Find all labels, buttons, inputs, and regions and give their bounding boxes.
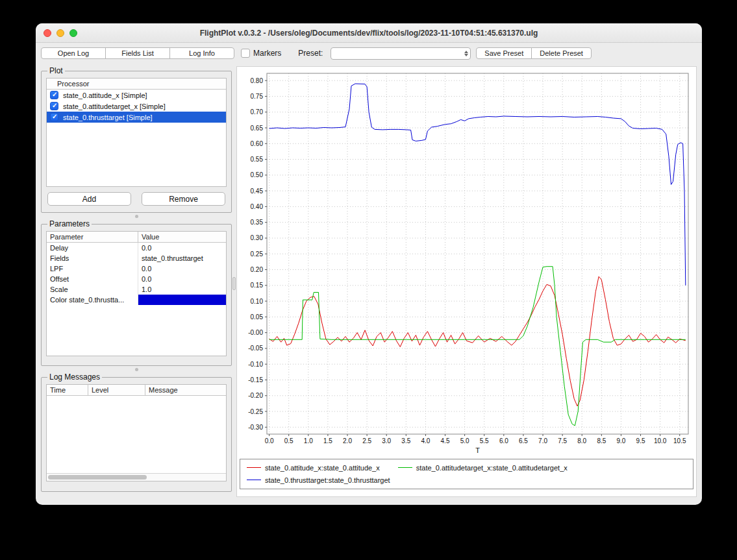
- param-value[interactable]: 0.0: [138, 274, 226, 284]
- message-column-header[interactable]: Message: [145, 385, 226, 395]
- toolbar: Open Log Fields List Log Info Markers Pr…: [36, 43, 702, 64]
- processor-table: Processor state_0.attitude_x [Simple]sta…: [46, 78, 227, 187]
- chart-panel: 0.00.51.01.52.02.53.03.54.04.55.05.56.06…: [236, 66, 697, 497]
- minimize-button[interactable]: [56, 29, 64, 37]
- param-name: Fields: [47, 253, 138, 263]
- splitter-dot-icon: [135, 368, 138, 371]
- plot-group: Plot Processor state_0.attitude_x [Simpl…: [41, 66, 232, 213]
- plot-row[interactable]: state_0.attitudetarget_x [Simple]: [47, 101, 226, 112]
- log-info-button[interactable]: Log Info: [169, 47, 234, 59]
- param-value[interactable]: 0.0: [138, 263, 226, 274]
- log-button-group: Open Log Fields List Log Info: [41, 47, 234, 59]
- value-column-header[interactable]: Value: [138, 232, 226, 242]
- param-value[interactable]: 0.0: [138, 243, 226, 253]
- flight-chart[interactable]: 0.00.51.01.52.02.53.03.54.04.55.05.56.06…: [237, 67, 696, 457]
- markers-checkbox[interactable]: [241, 49, 250, 58]
- titlebar[interactable]: FlightPlot v.0.3.2 - /Users/oleg/Documen…: [36, 23, 702, 43]
- svg-text:8.0: 8.0: [577, 437, 586, 444]
- svg-text:1.5: 1.5: [323, 437, 332, 444]
- plot-row-label: state_0.attitudetarget_x [Simple]: [63, 103, 166, 110]
- svg-text:0.40: 0.40: [251, 203, 264, 210]
- horizontal-scrollbar[interactable]: [47, 473, 226, 481]
- level-column-header[interactable]: Level: [88, 385, 145, 395]
- legend-line-sample: [398, 467, 412, 468]
- splitter-dot-icon: [135, 215, 138, 218]
- svg-text:0.55: 0.55: [251, 156, 264, 163]
- svg-text:8.5: 8.5: [597, 437, 606, 444]
- param-row[interactable]: Fieldsstate_0.thrusttarget: [47, 253, 226, 263]
- svg-text:0.05: 0.05: [251, 313, 264, 321]
- svg-text:-0.00: -0.00: [248, 329, 263, 336]
- svg-text:0.5: 0.5: [284, 437, 294, 444]
- svg-text:0.45: 0.45: [251, 188, 264, 195]
- splitter-plot-parameters[interactable]: [41, 213, 232, 219]
- save-preset-button[interactable]: Save Preset: [476, 47, 532, 59]
- param-row[interactable]: Color state_0.thrustta...: [47, 295, 226, 305]
- splitter-left-chart[interactable]: [232, 66, 236, 497]
- svg-text:9.5: 9.5: [636, 437, 645, 444]
- scrollbar-thumb[interactable]: [48, 475, 147, 480]
- legend-entry: state_0.thrusttarget:state_0.thrusttarge…: [247, 474, 390, 486]
- desktop-background: FlightPlot v.0.3.2 - /Users/oleg/Documen…: [0, 0, 737, 560]
- svg-text:6.0: 6.0: [499, 437, 508, 444]
- splitter-grip[interactable]: [232, 277, 236, 290]
- row-checkbox[interactable]: [50, 102, 58, 110]
- svg-text:-0.15: -0.15: [248, 376, 263, 383]
- svg-text:0.25: 0.25: [251, 250, 264, 258]
- time-column-header[interactable]: Time: [47, 385, 88, 395]
- param-row[interactable]: Delay0.0: [47, 243, 226, 253]
- remove-button[interactable]: Remove: [142, 192, 225, 206]
- preset-combobox[interactable]: [331, 47, 471, 60]
- combo-arrows-icon: [464, 51, 468, 56]
- param-name: Color state_0.thrustta...: [47, 295, 138, 305]
- svg-text:-0.05: -0.05: [248, 345, 263, 352]
- svg-text:0.80: 0.80: [251, 77, 264, 84]
- plot-row[interactable]: state_0.thrusttarget [Simple]: [47, 112, 226, 123]
- svg-text:10.0: 10.0: [654, 437, 667, 444]
- traffic-lights: [44, 23, 77, 42]
- param-color-swatch[interactable]: [138, 295, 226, 305]
- svg-text:4.0: 4.0: [421, 437, 430, 444]
- param-name: Scale: [47, 284, 138, 295]
- svg-text:0.30: 0.30: [251, 234, 264, 241]
- add-button[interactable]: Add: [47, 192, 131, 206]
- open-log-button[interactable]: Open Log: [41, 47, 106, 59]
- close-button[interactable]: [44, 29, 51, 37]
- row-checkbox[interactable]: [50, 113, 58, 121]
- svg-text:2.5: 2.5: [362, 437, 371, 444]
- legend-label: state_0.thrusttarget:state_0.thrusttarge…: [265, 476, 390, 484]
- splitter-parameters-log[interactable]: [41, 366, 232, 372]
- svg-text:0.15: 0.15: [251, 282, 264, 289]
- param-value[interactable]: state_0.thrusttarget: [138, 253, 226, 263]
- svg-text:6.5: 6.5: [519, 437, 528, 444]
- main-content: Plot Processor state_0.attitude_x [Simpl…: [36, 64, 702, 505]
- svg-text:-0.20: -0.20: [248, 392, 263, 399]
- param-row[interactable]: Offset0.0: [47, 274, 226, 284]
- svg-text:0.10: 0.10: [251, 298, 264, 305]
- legend-entry: state_0.attitudetarget_x:state_0.attitud…: [398, 461, 568, 474]
- parameter-column-header[interactable]: Parameter: [47, 232, 138, 242]
- markers-label: Markers: [253, 49, 281, 58]
- svg-text:4.5: 4.5: [441, 437, 450, 444]
- svg-text:1.0: 1.0: [304, 437, 313, 444]
- param-value[interactable]: 1.0: [138, 284, 226, 295]
- param-name: LPF: [47, 263, 138, 274]
- svg-text:7.5: 7.5: [558, 437, 567, 444]
- legend-entry: state_0.attitude_x:state_0.attitude_x: [247, 461, 380, 474]
- legend-label: state_0.attitudetarget_x:state_0.attitud…: [416, 464, 568, 472]
- param-row[interactable]: Scale1.0: [47, 284, 226, 295]
- param-row[interactable]: LPF0.0: [47, 263, 226, 274]
- svg-text:5.5: 5.5: [480, 437, 489, 444]
- plot-row[interactable]: state_0.attitude_x [Simple]: [47, 90, 226, 101]
- chart-legend: state_0.attitude_x:state_0.attitude_xsta…: [240, 459, 693, 489]
- param-name: Delay: [47, 243, 138, 253]
- svg-text:T: T: [475, 446, 480, 454]
- zoom-button[interactable]: [69, 29, 77, 37]
- fields-list-button[interactable]: Fields List: [105, 47, 170, 59]
- processor-column-header[interactable]: Processor: [47, 79, 226, 90]
- svg-text:-0.30: -0.30: [248, 424, 263, 431]
- svg-text:0.60: 0.60: [251, 140, 264, 147]
- row-checkbox[interactable]: [50, 91, 58, 99]
- svg-text:3.0: 3.0: [382, 437, 391, 444]
- delete-preset-button[interactable]: Delete Preset: [531, 47, 592, 59]
